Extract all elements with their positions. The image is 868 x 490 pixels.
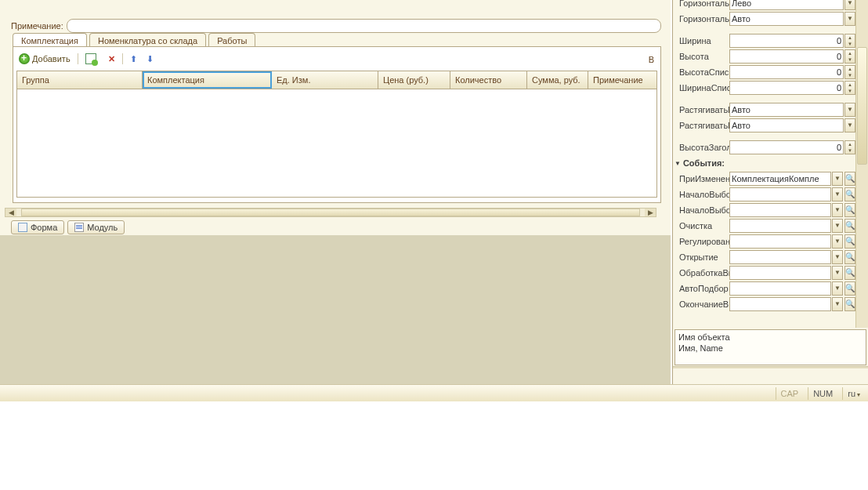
col-komplekt[interactable]: Комплектация bbox=[143, 71, 272, 89]
prop-stretch2-field[interactable]: Авто bbox=[729, 118, 844, 132]
ev-clear-search[interactable]: 🔍 bbox=[844, 219, 855, 233]
prop-stretch2-label: РастягиватьГ bbox=[673, 121, 729, 130]
empty-area bbox=[0, 401, 868, 490]
prop-width-field[interactable]: 0 bbox=[729, 34, 844, 48]
prop-hlist-spin[interactable]: ▲▼ bbox=[844, 65, 855, 79]
form-icon bbox=[18, 223, 27, 232]
ev-procsel-search[interactable]: 🔍 bbox=[844, 266, 855, 280]
col-price[interactable]: Цена (руб.) bbox=[378, 71, 450, 89]
ev-startsel-dd[interactable]: ▼ bbox=[832, 187, 843, 201]
status-cap: CAP bbox=[776, 387, 804, 400]
ev-regul-dd[interactable]: ▼ bbox=[832, 234, 843, 249]
ev-procsel-field[interactable] bbox=[729, 266, 831, 280]
prop-stretch1-field[interactable]: Авто bbox=[729, 103, 844, 117]
status-bar: CAP NUM ru bbox=[0, 384, 868, 401]
prop-wlist-field[interactable]: 0 bbox=[729, 81, 844, 95]
prop-height-label: Высота bbox=[673, 52, 729, 61]
hint-resize-handle[interactable] bbox=[673, 366, 868, 368]
btab-form-label: Форма bbox=[31, 223, 57, 232]
ev-onchange-label: ПриИзменени bbox=[673, 174, 729, 183]
ev-startsel-search[interactable]: 🔍 bbox=[844, 187, 855, 201]
prop-hpos2-dd[interactable]: ▼ bbox=[844, 12, 855, 26]
ev-startsel2-field[interactable] bbox=[729, 203, 831, 217]
toolbar-sep2 bbox=[122, 53, 123, 64]
hscroll-right[interactable]: ▶ bbox=[645, 209, 656, 216]
note-label: Примечание: bbox=[11, 21, 63, 31]
module-icon bbox=[74, 223, 84, 232]
ev-endinput-search[interactable]: 🔍 bbox=[844, 297, 855, 311]
props-scrollbar[interactable] bbox=[855, 0, 868, 328]
ev-open-search[interactable]: 🔍 bbox=[844, 250, 855, 264]
properties-panel: Горизонтальн Лево ▼ Горизонтальн Авто ▼ … bbox=[672, 0, 868, 386]
ev-open-field[interactable] bbox=[729, 250, 831, 264]
hscrollbar[interactable]: ◀ ▶ bbox=[5, 208, 656, 217]
prop-stretch1-dd[interactable]: ▼ bbox=[844, 103, 855, 117]
moveup-button[interactable]: ⬆ bbox=[128, 53, 139, 66]
prop-width-label: Ширина bbox=[673, 36, 729, 45]
toolbar-sep bbox=[78, 53, 78, 64]
data-grid[interactable]: Группа Комплектация Ед. Изм. Цена (руб.)… bbox=[16, 71, 657, 198]
bottom-tab-module[interactable]: Модуль bbox=[67, 220, 125, 234]
ev-startsel-field[interactable] bbox=[729, 187, 831, 201]
ev-regul-label: Регулировани bbox=[673, 237, 729, 246]
status-num: NUM bbox=[808, 387, 837, 400]
ev-clear-dd[interactable]: ▼ bbox=[832, 219, 843, 233]
prop-height-field[interactable]: 0 bbox=[729, 49, 844, 64]
note-input[interactable] bbox=[67, 19, 661, 33]
status-lang[interactable]: ru bbox=[842, 387, 865, 400]
arrow-up-icon: ⬆ bbox=[130, 54, 137, 64]
prop-hlist-field[interactable]: 0 bbox=[729, 65, 844, 79]
add-button[interactable]: Добавить bbox=[16, 52, 73, 66]
col-note[interactable]: Примечание bbox=[588, 71, 651, 89]
ev-endinput-label: ОкончаниеВв bbox=[673, 299, 729, 309]
prop-hpos1-dd[interactable]: ▼ bbox=[844, 0, 855, 10]
ev-startsel2-dd[interactable]: ▼ bbox=[832, 203, 843, 217]
ev-onchange-dd[interactable]: ▼ bbox=[832, 172, 843, 186]
bottom-tab-form[interactable]: Форма bbox=[11, 220, 64, 234]
ev-regul-field[interactable] bbox=[729, 234, 831, 249]
col-group[interactable]: Группа bbox=[17, 71, 143, 89]
movedown-button[interactable]: ⬇ bbox=[144, 53, 156, 66]
copy-button[interactable] bbox=[83, 52, 101, 66]
ev-open-label: Открытие bbox=[673, 252, 729, 262]
copy-icon bbox=[85, 53, 96, 64]
prop-headerh-spin[interactable]: ▲▼ bbox=[844, 140, 855, 154]
ev-endinput-field[interactable] bbox=[729, 297, 831, 311]
ev-clear-label: Очистка bbox=[673, 221, 729, 230]
prop-width-spin[interactable]: ▲▼ bbox=[844, 34, 855, 48]
prop-hpos1-field[interactable]: Лево bbox=[729, 0, 844, 10]
col-unit[interactable]: Ед. Изм. bbox=[272, 71, 378, 89]
ev-autopick-field[interactable] bbox=[729, 281, 831, 296]
props-scroll-thumb[interactable] bbox=[857, 47, 867, 165]
prop-headerh-label: ВысотаЗагол bbox=[673, 143, 729, 152]
ev-regul-search[interactable]: 🔍 bbox=[844, 234, 855, 249]
prop-wlist-spin[interactable]: ▲▼ bbox=[844, 81, 855, 95]
prop-hpos2-label: Горизонтальн bbox=[673, 14, 729, 24]
ev-startsel2-label: НачалоВыбор bbox=[673, 205, 729, 215]
col-sum[interactable]: Сумма, руб. bbox=[527, 71, 588, 89]
prop-stretch2-dd[interactable]: ▼ bbox=[844, 118, 855, 132]
delete-icon: ✕ bbox=[108, 54, 115, 64]
hscroll-left[interactable]: ◀ bbox=[5, 209, 16, 216]
ev-autopick-search[interactable]: 🔍 bbox=[844, 281, 855, 296]
ev-procsel-label: ОбработкаВы bbox=[673, 268, 729, 278]
ev-endinput-dd[interactable]: ▼ bbox=[832, 297, 843, 311]
ev-onchange-search[interactable]: 🔍 bbox=[844, 172, 855, 186]
add-label: Добавить bbox=[32, 54, 71, 64]
ev-autopick-dd[interactable]: ▼ bbox=[832, 281, 843, 296]
hscroll-thumb[interactable] bbox=[21, 209, 640, 216]
ev-onchange-field[interactable]: КомплектацияКомпле bbox=[729, 172, 831, 186]
prop-headerh-field[interactable]: 0 bbox=[729, 140, 844, 154]
ev-procsel-dd[interactable]: ▼ bbox=[832, 266, 843, 280]
ev-clear-field[interactable] bbox=[729, 219, 831, 233]
prop-hpos2-field[interactable]: Авто bbox=[729, 12, 844, 26]
events-header[interactable]: ▼ События: bbox=[673, 155, 855, 171]
toolbar-right: В bbox=[649, 55, 654, 64]
prop-stretch1-label: РастягиватьГ bbox=[673, 105, 729, 114]
ev-open-dd[interactable]: ▼ bbox=[832, 250, 843, 264]
prop-height-spin[interactable]: ▲▼ bbox=[844, 49, 855, 64]
col-qty[interactable]: Количество bbox=[450, 71, 527, 89]
ev-startsel2-search[interactable]: 🔍 bbox=[844, 203, 855, 217]
add-icon bbox=[19, 53, 30, 64]
delete-button[interactable]: ✕ bbox=[106, 53, 118, 66]
